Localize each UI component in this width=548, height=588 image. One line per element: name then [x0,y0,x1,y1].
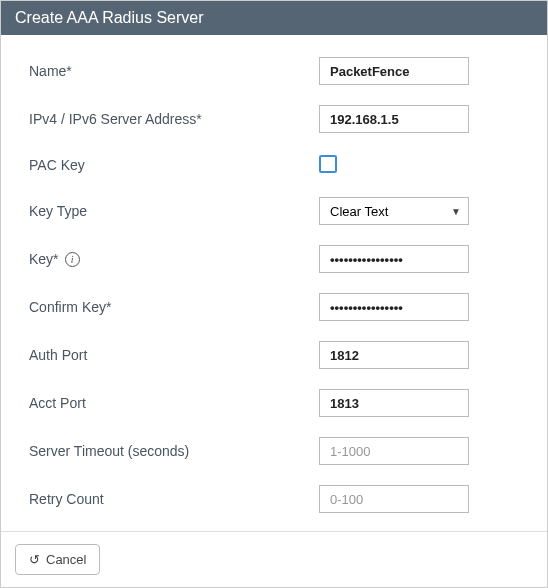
confirm-key-label: Confirm Key* [29,299,319,315]
dialog-footer: ↺ Cancel [1,531,547,587]
cancel-button[interactable]: ↺ Cancel [15,544,100,575]
dialog-header: Create AAA Radius Server [1,1,547,35]
row-server-timeout: Server Timeout (seconds) [29,437,519,465]
retry-count-input[interactable] [319,485,469,513]
info-icon[interactable]: i [65,252,80,267]
confirm-key-input[interactable] [319,293,469,321]
address-label: IPv4 / IPv6 Server Address* [29,111,319,127]
undo-icon: ↺ [29,552,40,567]
row-key-type: Key Type Clear Text ▼ [29,197,519,225]
key-type-select[interactable]: Clear Text [319,197,469,225]
key-input[interactable] [319,245,469,273]
acct-port-input[interactable] [319,389,469,417]
row-auth-port: Auth Port [29,341,519,369]
cancel-label: Cancel [46,552,86,567]
dialog-content: Name* IPv4 / IPv6 Server Address* PAC Ke… [1,35,547,531]
server-timeout-input[interactable] [319,437,469,465]
auth-port-input[interactable] [319,341,469,369]
row-address: IPv4 / IPv6 Server Address* [29,105,519,133]
row-key: Key* i [29,245,519,273]
row-confirm-key: Confirm Key* [29,293,519,321]
key-type-label: Key Type [29,203,319,219]
name-input[interactable] [319,57,469,85]
key-label: Key* [29,251,59,267]
name-label: Name* [29,63,319,79]
row-acct-port: Acct Port [29,389,519,417]
pac-key-checkbox[interactable] [319,155,337,173]
retry-count-label: Retry Count [29,491,319,507]
address-input[interactable] [319,105,469,133]
auth-port-label: Auth Port [29,347,319,363]
row-retry-count: Retry Count [29,485,519,513]
dialog-title: Create AAA Radius Server [15,9,204,26]
row-name: Name* [29,57,519,85]
server-timeout-label: Server Timeout (seconds) [29,443,319,459]
pac-key-label: PAC Key [29,157,319,173]
acct-port-label: Acct Port [29,395,319,411]
create-radius-server-dialog: Create AAA Radius Server Name* IPv4 / IP… [0,0,548,588]
row-pac-key: PAC Key [29,153,519,177]
